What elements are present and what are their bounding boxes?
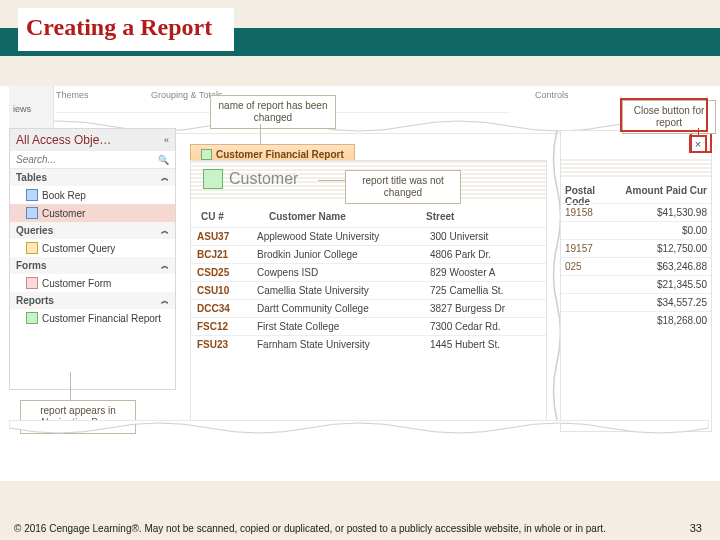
page-number: 33 — [690, 522, 702, 534]
cell-street: 1445 Hubert St. — [430, 339, 540, 350]
callout-line — [318, 180, 345, 181]
cell-id: FSC12 — [197, 321, 257, 332]
nav-section-queries[interactable]: Queries︽ — [10, 222, 175, 239]
search-placeholder: Search... — [16, 154, 154, 165]
chevron-left-icon[interactable]: « — [164, 135, 169, 145]
nav-item-label: Customer — [42, 208, 85, 219]
cell-name: Applewood State University — [257, 231, 430, 242]
table-row: BCJ21Brodkin Junior College4806 Park Dr. — [191, 245, 546, 263]
close-button-highlight — [690, 131, 712, 153]
ribbon-controls-label: Controls — [535, 90, 569, 100]
page-title: Creating a Report — [18, 8, 234, 51]
nav-section-label: Queries — [16, 225, 53, 236]
query-icon — [26, 242, 38, 254]
table-row: FSC12First State College7300 Cedar Rd. — [191, 317, 546, 335]
report-title-text: Customer — [229, 170, 298, 188]
torn-edge-bottom — [9, 420, 709, 440]
cell-name: Camellia State University — [257, 285, 430, 296]
callout-name-changed: name of report has been changed — [210, 95, 336, 129]
table-row: $18,268.00 — [561, 311, 711, 329]
cell-amount: $18,268.00 — [615, 315, 707, 326]
callout-close-button-box — [620, 98, 708, 132]
ribbon-views-label: iews — [13, 104, 31, 114]
nav-section-tables[interactable]: Tables︽ — [10, 169, 175, 186]
cell-street: 829 Wooster A — [430, 267, 540, 278]
cell-name: Cowpens ISD — [257, 267, 430, 278]
nav-item-label: Customer Query — [42, 243, 115, 254]
callout-line — [70, 372, 71, 400]
nav-search[interactable]: Search... 🔍 — [10, 151, 175, 169]
cell-amount: $41,530.98 — [615, 207, 707, 218]
callout-line — [260, 124, 261, 144]
cell-amount: $34,557.25 — [615, 297, 707, 308]
navigation-pane: All Access Obje… « Search... 🔍 Tables︽ B… — [9, 128, 176, 390]
nav-item-book-rep[interactable]: Book Rep — [10, 186, 175, 204]
nav-section-reports[interactable]: Reports︽ — [10, 292, 175, 309]
nav-header[interactable]: All Access Obje… « — [10, 129, 175, 151]
table-row: FSU23Farnham State University1445 Hubert… — [191, 335, 546, 353]
report-icon — [26, 312, 38, 324]
table-row: 19157$12,750.00 — [561, 239, 711, 257]
cell-postal: 19158 — [565, 207, 615, 218]
table-icon — [26, 189, 38, 201]
table-row: 19158$41,530.98 — [561, 203, 711, 221]
cell-name: Farnham State University — [257, 339, 430, 350]
cell-postal — [565, 297, 615, 308]
cell-id: BCJ21 — [197, 249, 257, 260]
nav-section-label: Forms — [16, 260, 47, 271]
cell-street: 4806 Park Dr. — [430, 249, 540, 260]
table-row: $34,557.25 — [561, 293, 711, 311]
table-row: DCC34Dartt Community College3827 Burgess… — [191, 299, 546, 317]
cell-street: 725 Camellia St. — [430, 285, 540, 296]
nav-item-customer-financial-report[interactable]: Customer Financial Report — [10, 309, 175, 327]
nav-item-customer-query[interactable]: Customer Query — [10, 239, 175, 257]
report-icon — [203, 169, 223, 189]
nav-item-customer[interactable]: Customer — [10, 204, 175, 222]
cell-street: 3827 Burgess Dr — [430, 303, 540, 314]
cell-name: First State College — [257, 321, 430, 332]
cell-amount: $63,246.88 — [615, 261, 707, 272]
table-row: ASU37Applewood State University300 Unive… — [191, 227, 546, 245]
cell-amount: $0.00 — [615, 225, 707, 236]
nav-item-label: Customer Form — [42, 278, 111, 289]
table-row: 025$63,246.88 — [561, 257, 711, 275]
cell-street: 7300 Cedar Rd. — [430, 321, 540, 332]
nav-section-label: Reports — [16, 295, 54, 306]
copyright-footer: © 2016 Cengage Learning®. May not be sca… — [14, 523, 606, 534]
search-icon: 🔍 — [158, 155, 169, 165]
report-icon — [201, 149, 212, 160]
cell-amount: $12,750.00 — [615, 243, 707, 254]
table-row: $21,345.50 — [561, 275, 711, 293]
col-id: CU # — [197, 209, 265, 224]
ribbon-themes-label: Themes — [56, 90, 89, 100]
cell-postal — [565, 225, 615, 236]
cell-amount: $21,345.50 — [615, 279, 707, 290]
report-header-shade — [561, 159, 711, 179]
table-row: CSU10Camellia State University725 Camell… — [191, 281, 546, 299]
report-title-area: Customer — [203, 169, 298, 189]
nav-item-label: Book Rep — [42, 190, 86, 201]
chevron-up-icon: ︽ — [161, 260, 169, 271]
form-icon — [26, 277, 38, 289]
cell-name: Brodkin Junior College — [257, 249, 430, 260]
report-tab-label: Customer Financial Report — [216, 149, 344, 160]
nav-section-forms[interactable]: Forms︽ — [10, 257, 175, 274]
cell-id: CSD25 — [197, 267, 257, 278]
col-name: Customer Name — [265, 209, 422, 224]
nav-section-label: Tables — [16, 172, 47, 183]
cell-id: CSU10 — [197, 285, 257, 296]
chevron-up-icon: ︽ — [161, 225, 169, 236]
cell-postal: 025 — [565, 261, 615, 272]
table-icon — [26, 207, 38, 219]
cell-postal: 19157 — [565, 243, 615, 254]
col-street: Street — [422, 209, 540, 224]
nav-item-customer-form[interactable]: Customer Form — [10, 274, 175, 292]
cell-id: DCC34 — [197, 303, 257, 314]
chevron-up-icon: ︽ — [161, 295, 169, 306]
report-column-headers: CU # Customer Name Street — [191, 209, 546, 224]
report-rows: ASU37Applewood State University300 Unive… — [191, 227, 546, 353]
cell-street: 300 Universit — [430, 231, 540, 242]
cell-name: Dartt Community College — [257, 303, 430, 314]
callout-title-not-changed: report title was not changed — [345, 170, 461, 204]
chevron-up-icon: ︽ — [161, 172, 169, 183]
